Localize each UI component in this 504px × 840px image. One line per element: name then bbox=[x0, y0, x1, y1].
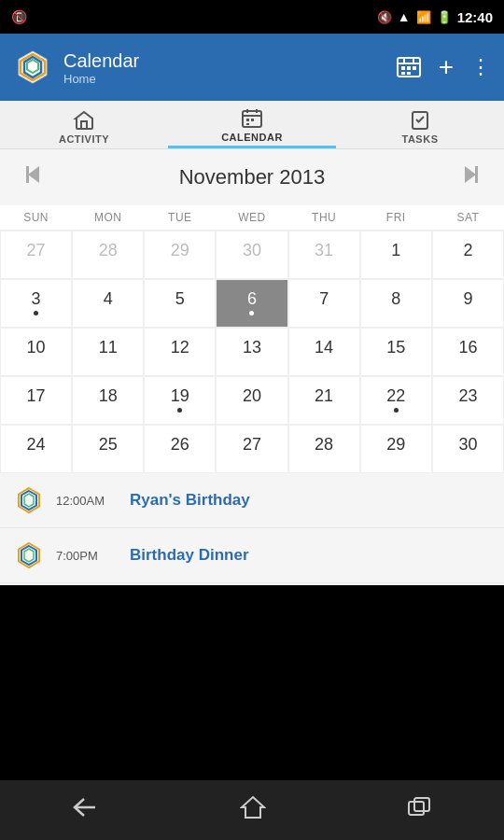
day-number: 22 bbox=[386, 386, 405, 406]
svg-rect-33 bbox=[409, 802, 424, 815]
calendar-day-19-w3[interactable]: 19 bbox=[144, 376, 216, 425]
app-title: Calendar bbox=[63, 49, 385, 72]
phone-icon: 📵 bbox=[11, 9, 27, 24]
svg-rect-9 bbox=[407, 66, 411, 70]
calendar-day-14-w2[interactable]: 14 bbox=[288, 328, 360, 376]
tab-activity[interactable]: ACTIVITY bbox=[0, 101, 168, 148]
calendar-day-30[interactable]: 30 bbox=[216, 231, 287, 279]
tab-tasks[interactable]: TASKS bbox=[336, 101, 504, 148]
calendar-day-6-w1[interactable]: 6 bbox=[216, 279, 287, 328]
home-icon bbox=[73, 109, 95, 132]
status-bar: 📵 🔇 ▲ 📶 🔋 12:40 bbox=[0, 0, 504, 34]
calendar-day-16-w2[interactable]: 16 bbox=[432, 328, 504, 376]
day-number: 11 bbox=[99, 338, 118, 357]
day-header-sat: SAT bbox=[432, 205, 504, 230]
next-month-button[interactable] bbox=[454, 161, 489, 194]
day-number: 3 bbox=[32, 289, 41, 309]
day-header-fri: FRI bbox=[360, 205, 432, 230]
day-number: 25 bbox=[99, 435, 118, 455]
calendar-day-29-w4[interactable]: 29 bbox=[360, 425, 432, 473]
calendar-section: November 2013 SUN MON TUE WED THU FRI SA… bbox=[0, 149, 504, 473]
calendar-day-11-w2[interactable]: 11 bbox=[72, 328, 144, 376]
day-number: 7 bbox=[319, 289, 329, 309]
event-item-1[interactable]: 7:00PMBirthday Dinner bbox=[0, 528, 504, 583]
tab-calendar[interactable]: CALENDAR bbox=[168, 101, 336, 148]
overflow-menu-icon[interactable]: ⋮ bbox=[470, 55, 491, 79]
day-number: 18 bbox=[99, 386, 118, 406]
day-number: 21 bbox=[315, 386, 333, 406]
calendar-day-26-w4[interactable]: 26 bbox=[144, 425, 216, 473]
dot-placeholder bbox=[322, 359, 327, 364]
day-number: 28 bbox=[99, 241, 118, 260]
svg-rect-18 bbox=[251, 119, 254, 121]
calendar-day-25-w4[interactable]: 25 bbox=[72, 425, 144, 473]
calendar-day-23-w3[interactable]: 23 bbox=[432, 376, 504, 425]
mute-icon: 🔇 bbox=[377, 10, 392, 24]
calendar-day-9-w1[interactable]: 9 bbox=[432, 279, 504, 328]
svg-rect-24 bbox=[475, 166, 478, 183]
calendar-grid-icon[interactable] bbox=[396, 54, 422, 80]
svg-marker-27 bbox=[24, 494, 34, 507]
dot-placeholder bbox=[177, 456, 182, 461]
event-dot bbox=[34, 311, 38, 315]
calendar-day-2[interactable]: 2 bbox=[432, 231, 504, 279]
event-item-0[interactable]: 12:00AMRyan's Birthday bbox=[0, 473, 504, 528]
day-number: 8 bbox=[391, 289, 400, 309]
calendar-day-10-w2[interactable]: 10 bbox=[0, 328, 72, 376]
calendar-day-29[interactable]: 29 bbox=[144, 231, 216, 279]
dot-placeholder bbox=[322, 456, 327, 461]
add-button[interactable]: + bbox=[439, 52, 454, 82]
app-header: Calendar Home + ⋮ bbox=[0, 34, 504, 101]
month-nav: November 2013 bbox=[0, 149, 504, 205]
calendar-day-1[interactable]: 1 bbox=[360, 231, 432, 279]
event-dot bbox=[177, 408, 182, 413]
calendar-day-17-w3[interactable]: 17 bbox=[0, 376, 72, 425]
tab-tasks-label: TASKS bbox=[402, 133, 439, 145]
calendar-day-13-w2[interactable]: 13 bbox=[216, 328, 287, 376]
tab-activity-label: ACTIVITY bbox=[59, 133, 109, 145]
calendar-day-27[interactable]: 27 bbox=[0, 231, 72, 279]
calendar-day-31[interactable]: 31 bbox=[288, 231, 360, 279]
day-number: 30 bbox=[458, 435, 477, 455]
calendar-day-28[interactable]: 28 bbox=[72, 231, 144, 279]
day-number: 16 bbox=[458, 338, 477, 357]
day-number: 26 bbox=[171, 435, 189, 455]
dot-placeholder bbox=[466, 408, 470, 413]
calendar-grid: 2728293031123456789101112131415161718192… bbox=[0, 231, 504, 473]
dot-placeholder bbox=[249, 408, 254, 413]
dot-placeholder bbox=[105, 262, 110, 267]
calendar-day-30-w4[interactable]: 30 bbox=[432, 425, 504, 473]
calendar-day-20-w3[interactable]: 20 bbox=[216, 376, 287, 425]
calendar-day-24-w4[interactable]: 24 bbox=[0, 425, 72, 473]
day-number: 4 bbox=[104, 289, 113, 309]
recents-button[interactable] bbox=[388, 789, 452, 833]
tab-calendar-label: CALENDAR bbox=[221, 132, 283, 143]
calendar-day-5-w1[interactable]: 5 bbox=[144, 279, 216, 328]
calendar-day-4-w1[interactable]: 4 bbox=[72, 279, 144, 328]
header-actions: + ⋮ bbox=[396, 52, 491, 82]
prev-month-button[interactable] bbox=[15, 161, 50, 194]
dot-placeholder bbox=[177, 311, 182, 315]
signal-icon: 📶 bbox=[416, 10, 431, 24]
calendar-day-8-w1[interactable]: 8 bbox=[360, 279, 432, 328]
day-number: 30 bbox=[243, 241, 261, 260]
day-number: 13 bbox=[243, 338, 261, 357]
calendar-day-22-w3[interactable]: 22 bbox=[360, 376, 432, 425]
day-number: 17 bbox=[27, 386, 46, 406]
home-button[interactable] bbox=[221, 787, 285, 834]
day-number: 5 bbox=[175, 289, 185, 309]
dot-placeholder bbox=[249, 262, 254, 267]
calendar-day-12-w2[interactable]: 12 bbox=[144, 328, 216, 376]
calendar-day-21-w3[interactable]: 21 bbox=[288, 376, 360, 425]
day-header-mon: MON bbox=[72, 205, 144, 230]
calendar-day-7-w1[interactable]: 7 bbox=[288, 279, 360, 328]
calendar-day-27-w4[interactable]: 27 bbox=[216, 425, 287, 473]
bottom-nav bbox=[0, 780, 504, 840]
calendar-day-18-w3[interactable]: 18 bbox=[72, 376, 144, 425]
calendar-day-3-w1[interactable]: 3 bbox=[0, 279, 72, 328]
dot-placeholder bbox=[105, 456, 110, 461]
dot-placeholder bbox=[322, 408, 327, 413]
calendar-day-15-w2[interactable]: 15 bbox=[360, 328, 432, 376]
back-button[interactable] bbox=[52, 788, 118, 833]
calendar-day-28-w4[interactable]: 28 bbox=[288, 425, 360, 473]
